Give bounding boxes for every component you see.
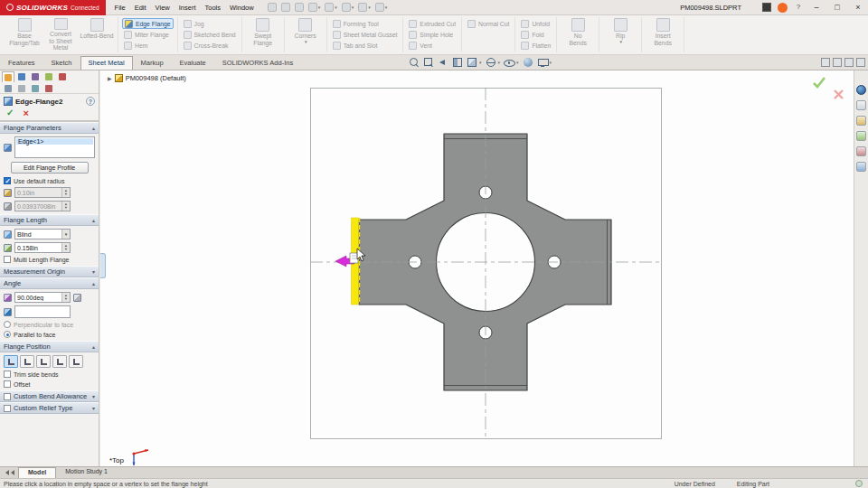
- flange-position-tangent-to-bend-button[interactable]: [69, 355, 83, 368]
- pane-close-icon[interactable]: [856, 58, 865, 67]
- zoom-to-fit-button[interactable]: [409, 57, 420, 68]
- scroll-left-icon[interactable]: [5, 470, 9, 475]
- tab-solidworks-add-ins[interactable]: SOLIDWORKS Add-Ins: [214, 56, 301, 70]
- help-circle-icon[interactable]: ?: [86, 97, 95, 106]
- section-flange-parameters[interactable]: Flange Parameters ▴: [0, 122, 99, 134]
- zoom-to-area-button[interactable]: [423, 57, 434, 68]
- tab-motion-study-1[interactable]: Motion Study 1: [56, 467, 117, 478]
- spinner[interactable]: ▴▾: [61, 293, 70, 302]
- checkbox-icon[interactable]: [4, 393, 11, 400]
- miter-flange-button[interactable]: Miter Flange: [122, 29, 174, 40]
- graphics-area[interactable]: ▶ PM009498 (Default) *Top: [100, 70, 854, 466]
- trim-side-bends-checkbox[interactable]: Trim side bends: [4, 371, 95, 378]
- section-custom-relief-type[interactable]: Custom Relief Type ▾: [0, 402, 99, 414]
- menu-tools[interactable]: Tools: [200, 2, 225, 14]
- new-button[interactable]: [279, 2, 292, 13]
- undo-button[interactable]: ▾: [340, 2, 356, 13]
- convert-to-sheet-metal-button[interactable]: Convertto SheetMetal: [43, 18, 78, 52]
- spinner[interactable]: ▴▾: [61, 243, 70, 252]
- bend-radius-field[interactable]: 0.10in ▴▾: [14, 187, 71, 198]
- checkbox-icon[interactable]: [4, 405, 11, 412]
- flange-position-material-inside-button[interactable]: [4, 355, 18, 368]
- section-view-button[interactable]: [452, 57, 463, 68]
- pane-minimize-icon[interactable]: [833, 58, 842, 67]
- pane-restore-icon[interactable]: [844, 58, 854, 67]
- section-flange-position[interactable]: Flange Position ▴: [0, 341, 99, 352]
- save-button[interactable]: ▾: [307, 2, 323, 13]
- hem-button[interactable]: Hem: [122, 41, 174, 52]
- open-button[interactable]: [293, 2, 306, 13]
- cancel-button[interactable]: ×: [23, 108, 28, 117]
- swept-flange-button[interactable]: SweptFlange: [246, 18, 280, 52]
- appearances-icon[interactable]: [856, 162, 866, 172]
- tab-markup[interactable]: Markup: [133, 56, 172, 70]
- account-avatar[interactable]: [778, 3, 788, 13]
- view-palette-icon[interactable]: [856, 146, 866, 156]
- flange-position-bend-from-virtual-sharp-button[interactable]: [52, 355, 67, 368]
- fold-button[interactable]: Fold: [519, 29, 552, 40]
- flange-length-field[interactable]: 0.158in ▴▾: [14, 242, 71, 253]
- parallel-to-face-radio[interactable]: Parallel to face: [4, 331, 95, 338]
- sketched-bend-button[interactable]: Sketched Bend: [182, 29, 238, 40]
- confirm-ok-icon[interactable]: [812, 76, 826, 89]
- section-custom-bend-allowance[interactable]: Custom Bend Allowance ▾: [0, 390, 99, 402]
- tab-and-slot-button[interactable]: Tab and Slot: [331, 41, 400, 52]
- sheet-metal-gusset-button[interactable]: Sheet Metal Gusset: [331, 29, 400, 40]
- print-button[interactable]: ▾: [323, 2, 339, 13]
- tab-sheet-metal[interactable]: Sheet Metal: [80, 56, 133, 70]
- unfold-button[interactable]: Unfold: [519, 18, 552, 29]
- design-library-icon[interactable]: [856, 116, 866, 126]
- edit-appearance-button[interactable]: [523, 57, 533, 68]
- tab-model[interactable]: Model: [18, 467, 56, 478]
- view-orientation-button[interactable]: ▾: [467, 57, 482, 68]
- menu-view[interactable]: View: [151, 2, 175, 14]
- flange-angle-field[interactable]: 90.00deg ▴▾: [14, 292, 71, 303]
- rebuild-button[interactable]: ▾: [356, 2, 373, 13]
- flange-position-material-outside-button[interactable]: [20, 355, 34, 368]
- options-button[interactable]: ▾: [373, 2, 390, 13]
- expand-arrow-icon[interactable]: ▶: [108, 75, 112, 81]
- hide-show-items-button[interactable]: ▾: [504, 57, 519, 68]
- menu-file[interactable]: File: [110, 2, 130, 14]
- restore-button[interactable]: □: [830, 3, 844, 12]
- markup-manager-tab[interactable]: [56, 71, 69, 82]
- display-style-button[interactable]: ▾: [486, 57, 501, 68]
- pane-split-icon[interactable]: [821, 58, 830, 67]
- home-icon[interactable]: [856, 100, 866, 110]
- angle-reference-icon[interactable]: [73, 294, 81, 302]
- tab-features[interactable]: Features: [0, 56, 43, 70]
- end-condition-dropdown[interactable]: Blind ▾: [14, 229, 71, 239]
- material-tab[interactable]: [42, 83, 55, 94]
- cross-break-button[interactable]: Cross-Break: [182, 41, 238, 52]
- selected-edge-item[interactable]: Edge<1>: [16, 138, 93, 145]
- feature-manager-tab[interactable]: [15, 71, 28, 82]
- edge-selection-list[interactable]: Edge<1>: [14, 136, 95, 158]
- flatten-button[interactable]: Flatten: [519, 41, 552, 52]
- corners-button[interactable]: Corners▾: [288, 18, 323, 52]
- property-manager-tab[interactable]: [2, 71, 14, 82]
- panel-splitter-handle[interactable]: [100, 253, 106, 278]
- history-tab[interactable]: [15, 83, 28, 94]
- ok-button[interactable]: ✓: [6, 108, 14, 117]
- rip-button[interactable]: Rip▾: [603, 18, 637, 52]
- minimize-button[interactable]: –: [809, 3, 824, 12]
- spinner[interactable]: ▴▾: [61, 188, 70, 197]
- insert-bends-button[interactable]: InsertBends: [646, 18, 680, 52]
- menu-insert[interactable]: Insert: [175, 2, 201, 14]
- display-manager-tab[interactable]: [42, 71, 55, 82]
- pin-button[interactable]: [266, 2, 278, 13]
- offset-checkbox[interactable]: Offset: [4, 380, 95, 388]
- forming-tool-button[interactable]: Forming Tool: [331, 18, 400, 29]
- configuration-manager-tab[interactable]: [29, 71, 42, 82]
- extruded-cut-button[interactable]: Extruded Cut: [407, 18, 458, 29]
- edge-flange-button[interactable]: Edge Flange: [122, 18, 174, 29]
- no-bends-button[interactable]: NoBends: [561, 18, 595, 52]
- use-default-radius-checkbox[interactable]: Use default radius: [4, 177, 95, 184]
- gap-distance-field[interactable]: 0.03937008in ▴▾: [14, 201, 71, 211]
- flange-position-bend-outside-button[interactable]: [36, 355, 51, 368]
- spinner[interactable]: ▴▾: [61, 202, 70, 211]
- lofted-bend-button[interactable]: Lofted-Bend: [80, 18, 114, 52]
- annotations-tab[interactable]: [29, 83, 42, 94]
- scroll-left-icon[interactable]: [11, 470, 14, 475]
- reference-face-selection[interactable]: [14, 305, 71, 318]
